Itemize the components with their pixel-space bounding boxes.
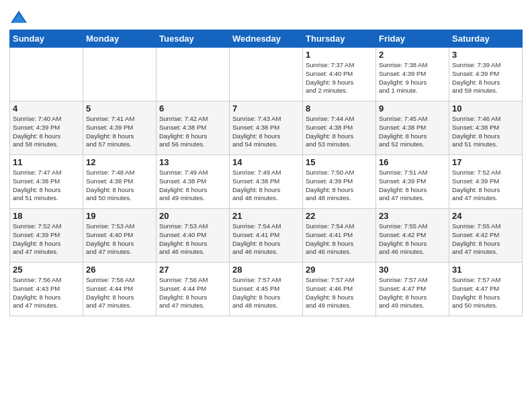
main-container: SundayMondayTuesdayWednesdayThursdayFrid… xyxy=(0,0,532,323)
calendar-cell: 10Sunrise: 7:46 AM Sunset: 4:38 PM Dayli… xyxy=(449,101,523,155)
calendar-cell: 12Sunrise: 7:48 AM Sunset: 4:38 PM Dayli… xyxy=(83,155,157,209)
day-info: Sunrise: 7:57 AM Sunset: 4:46 PM Dayligh… xyxy=(306,276,373,310)
calendar-cell: 26Sunrise: 7:56 AM Sunset: 4:44 PM Dayli… xyxy=(83,263,157,316)
calendar-cell: 4Sunrise: 7:40 AM Sunset: 4:39 PM Daylig… xyxy=(10,101,83,155)
day-number: 9 xyxy=(379,103,446,113)
calendar-cell: 23Sunrise: 7:55 AM Sunset: 4:42 PM Dayli… xyxy=(376,209,449,263)
day-info: Sunrise: 7:55 AM Sunset: 4:42 PM Dayligh… xyxy=(452,222,519,257)
day-info: Sunrise: 7:44 AM Sunset: 4:38 PM Dayligh… xyxy=(306,115,373,149)
calendar-cell xyxy=(230,48,303,101)
day-info: Sunrise: 7:53 AM Sunset: 4:40 PM Dayligh… xyxy=(159,222,226,257)
calendar-cell: 28Sunrise: 7:57 AM Sunset: 4:45 PM Dayli… xyxy=(230,263,303,316)
calendar-cell: 22Sunrise: 7:54 AM Sunset: 4:41 PM Dayli… xyxy=(303,209,376,263)
day-number: 2 xyxy=(379,50,446,60)
day-number: 7 xyxy=(232,103,300,113)
day-number: 18 xyxy=(13,211,80,221)
day-info: Sunrise: 7:49 AM Sunset: 4:38 PM Dayligh… xyxy=(159,169,226,203)
calendar-cell: 21Sunrise: 7:54 AM Sunset: 4:41 PM Dayli… xyxy=(230,209,303,263)
calendar-week-5: 25Sunrise: 7:56 AM Sunset: 4:43 PM Dayli… xyxy=(10,263,523,316)
day-info: Sunrise: 7:57 AM Sunset: 4:45 PM Dayligh… xyxy=(232,276,300,310)
day-number: 11 xyxy=(13,157,80,167)
header xyxy=(9,7,523,26)
day-info: Sunrise: 7:39 AM Sunset: 4:39 PM Dayligh… xyxy=(452,61,519,95)
day-info: Sunrise: 7:51 AM Sunset: 4:39 PM Dayligh… xyxy=(379,169,446,203)
col-header-wednesday: Wednesday xyxy=(230,30,303,48)
day-info: Sunrise: 7:38 AM Sunset: 4:39 PM Dayligh… xyxy=(379,61,446,95)
calendar-cell: 9Sunrise: 7:45 AM Sunset: 4:38 PM Daylig… xyxy=(376,101,449,155)
day-number: 23 xyxy=(379,211,446,221)
day-info: Sunrise: 7:50 AM Sunset: 4:39 PM Dayligh… xyxy=(306,169,373,203)
day-number: 16 xyxy=(379,157,446,167)
col-header-friday: Friday xyxy=(376,30,449,48)
day-info: Sunrise: 7:52 AM Sunset: 4:39 PM Dayligh… xyxy=(13,222,80,257)
day-number: 12 xyxy=(86,157,153,167)
day-info: Sunrise: 7:45 AM Sunset: 4:38 PM Dayligh… xyxy=(379,115,446,149)
day-info: Sunrise: 7:48 AM Sunset: 4:38 PM Dayligh… xyxy=(86,169,153,203)
day-info: Sunrise: 7:37 AM Sunset: 4:40 PM Dayligh… xyxy=(306,61,373,95)
calendar-cell: 24Sunrise: 7:55 AM Sunset: 4:42 PM Dayli… xyxy=(449,209,523,263)
day-number: 20 xyxy=(159,211,226,221)
calendar-cell: 17Sunrise: 7:52 AM Sunset: 4:39 PM Dayli… xyxy=(449,155,523,209)
day-info: Sunrise: 7:54 AM Sunset: 4:41 PM Dayligh… xyxy=(306,222,373,257)
calendar-cell: 15Sunrise: 7:50 AM Sunset: 4:39 PM Dayli… xyxy=(303,155,376,209)
day-number: 3 xyxy=(452,50,519,60)
calendar-cell: 29Sunrise: 7:57 AM Sunset: 4:46 PM Dayli… xyxy=(303,263,376,316)
day-number: 10 xyxy=(452,103,519,113)
day-number: 31 xyxy=(452,265,519,275)
day-info: Sunrise: 7:55 AM Sunset: 4:42 PM Dayligh… xyxy=(379,222,446,257)
day-info: Sunrise: 7:40 AM Sunset: 4:39 PM Dayligh… xyxy=(13,115,80,149)
day-number: 26 xyxy=(86,265,153,275)
day-number: 28 xyxy=(232,265,300,275)
day-number: 15 xyxy=(306,157,373,167)
calendar-cell: 6Sunrise: 7:42 AM Sunset: 4:38 PM Daylig… xyxy=(157,101,230,155)
calendar-cell: 3Sunrise: 7:39 AM Sunset: 4:39 PM Daylig… xyxy=(449,48,523,101)
col-header-saturday: Saturday xyxy=(449,30,523,48)
day-number: 24 xyxy=(452,211,519,221)
calendar-week-2: 4Sunrise: 7:40 AM Sunset: 4:39 PM Daylig… xyxy=(10,101,523,155)
calendar-cell: 20Sunrise: 7:53 AM Sunset: 4:40 PM Dayli… xyxy=(157,209,230,263)
calendar-table: SundayMondayTuesdayWednesdayThursdayFrid… xyxy=(9,30,523,316)
calendar-week-1: 1Sunrise: 7:37 AM Sunset: 4:40 PM Daylig… xyxy=(10,48,523,101)
day-info: Sunrise: 7:52 AM Sunset: 4:39 PM Dayligh… xyxy=(452,169,519,203)
day-number: 14 xyxy=(232,157,300,167)
day-info: Sunrise: 7:43 AM Sunset: 4:38 PM Dayligh… xyxy=(232,115,300,149)
day-info: Sunrise: 7:56 AM Sunset: 4:43 PM Dayligh… xyxy=(13,276,80,310)
day-info: Sunrise: 7:56 AM Sunset: 4:44 PM Dayligh… xyxy=(86,276,153,310)
day-number: 25 xyxy=(13,265,80,275)
day-info: Sunrise: 7:53 AM Sunset: 4:40 PM Dayligh… xyxy=(86,222,153,257)
day-info: Sunrise: 7:56 AM Sunset: 4:44 PM Dayligh… xyxy=(159,276,226,310)
calendar-cell: 1Sunrise: 7:37 AM Sunset: 4:40 PM Daylig… xyxy=(303,48,376,101)
calendar-cell xyxy=(83,48,157,101)
day-number: 17 xyxy=(452,157,519,167)
calendar-week-3: 11Sunrise: 7:47 AM Sunset: 4:38 PM Dayli… xyxy=(10,155,523,209)
day-info: Sunrise: 7:57 AM Sunset: 4:47 PM Dayligh… xyxy=(379,276,446,310)
day-number: 21 xyxy=(232,211,300,221)
day-info: Sunrise: 7:54 AM Sunset: 4:41 PM Dayligh… xyxy=(232,222,300,257)
day-number: 5 xyxy=(86,103,153,113)
calendar-cell: 5Sunrise: 7:41 AM Sunset: 4:39 PM Daylig… xyxy=(83,101,157,155)
day-number: 13 xyxy=(159,157,226,167)
calendar-cell: 14Sunrise: 7:49 AM Sunset: 4:38 PM Dayli… xyxy=(230,155,303,209)
calendar-header-row: SundayMondayTuesdayWednesdayThursdayFrid… xyxy=(10,30,523,48)
day-info: Sunrise: 7:41 AM Sunset: 4:39 PM Dayligh… xyxy=(86,115,153,149)
day-info: Sunrise: 7:42 AM Sunset: 4:38 PM Dayligh… xyxy=(159,115,226,149)
day-number: 29 xyxy=(306,265,373,275)
col-header-monday: Monday xyxy=(83,30,157,48)
calendar-cell: 16Sunrise: 7:51 AM Sunset: 4:39 PM Dayli… xyxy=(376,155,449,209)
day-number: 27 xyxy=(159,265,226,275)
calendar-cell: 2Sunrise: 7:38 AM Sunset: 4:39 PM Daylig… xyxy=(376,48,449,101)
calendar-cell xyxy=(10,48,83,101)
logo-icon xyxy=(9,9,28,26)
calendar-cell: 18Sunrise: 7:52 AM Sunset: 4:39 PM Dayli… xyxy=(10,209,83,263)
calendar-cell: 30Sunrise: 7:57 AM Sunset: 4:47 PM Dayli… xyxy=(376,263,449,316)
calendar-cell: 25Sunrise: 7:56 AM Sunset: 4:43 PM Dayli… xyxy=(10,263,83,316)
calendar-cell: 27Sunrise: 7:56 AM Sunset: 4:44 PM Dayli… xyxy=(157,263,230,316)
day-number: 4 xyxy=(13,103,80,113)
calendar-cell: 31Sunrise: 7:57 AM Sunset: 4:47 PM Dayli… xyxy=(449,263,523,316)
day-number: 19 xyxy=(86,211,153,221)
logo xyxy=(9,9,31,26)
calendar-cell xyxy=(157,48,230,101)
col-header-thursday: Thursday xyxy=(303,30,376,48)
day-info: Sunrise: 7:46 AM Sunset: 4:38 PM Dayligh… xyxy=(452,115,519,149)
day-info: Sunrise: 7:49 AM Sunset: 4:38 PM Dayligh… xyxy=(232,169,300,203)
